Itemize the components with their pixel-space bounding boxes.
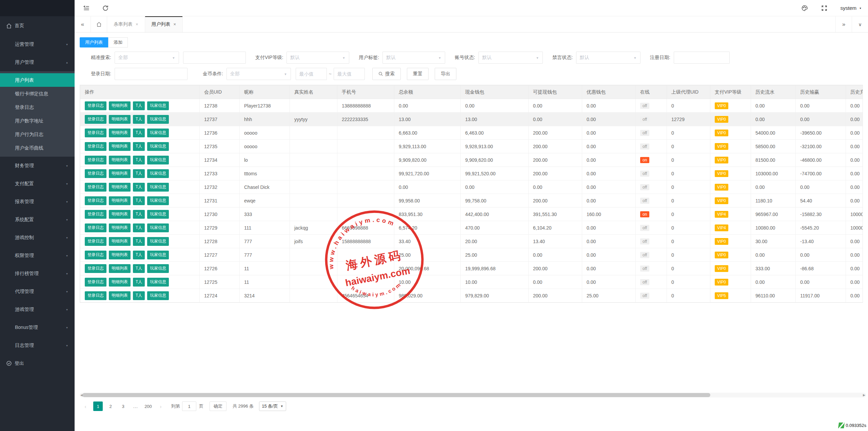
kick-user-button[interactable]: T人 (133, 196, 145, 205)
detail-list-button[interactable]: 明细列表 (109, 183, 131, 192)
coin-condition-select[interactable]: 全部▼ (226, 68, 291, 80)
kick-user-button[interactable]: T人 (133, 129, 145, 137)
close-icon[interactable]: × (136, 22, 138, 27)
kick-user-button[interactable]: T人 (133, 115, 145, 124)
goto-page-input[interactable] (182, 401, 196, 411)
sidebar-group-2[interactable]: 财务管理▼ (0, 157, 75, 175)
detail-list-button[interactable]: 明细列表 (109, 264, 131, 273)
kick-user-button[interactable]: T人 (133, 169, 145, 178)
kick-user-button[interactable]: T人 (133, 223, 145, 232)
detail-list-button[interactable]: 明细列表 (109, 101, 131, 110)
kick-user-button[interactable]: T人 (133, 183, 145, 192)
user-list-button[interactable]: 用户列表 (80, 37, 108, 47)
register-date-input[interactable] (674, 52, 730, 64)
detail-list-button[interactable]: 明细列表 (109, 142, 131, 151)
player-info-button[interactable]: 玩家信息 (147, 223, 169, 232)
player-info-button[interactable]: 玩家信息 (147, 183, 169, 192)
refresh-icon[interactable] (102, 5, 109, 12)
login-log-button[interactable]: 登录日志 (85, 264, 106, 273)
sidebar-item-home[interactable]: 首页 (0, 16, 75, 35)
kick-user-button[interactable]: T人 (133, 237, 145, 246)
player-info-button[interactable]: 玩家信息 (147, 251, 169, 259)
detail-list-button[interactable]: 明细列表 (109, 156, 131, 164)
detail-list-button[interactable]: 明细列表 (109, 115, 131, 124)
login-log-button[interactable]: 登录日志 (85, 142, 106, 151)
search-button[interactable]: 搜索 (372, 68, 401, 80)
kick-user-button[interactable]: T人 (133, 251, 145, 259)
sidebar-group-11[interactable]: Bonus管理▼ (0, 318, 75, 336)
next-page-button[interactable]: › (156, 401, 165, 411)
detail-list-button[interactable]: 明细列表 (109, 291, 131, 300)
sidebar-group-12[interactable]: 日志管理▼ (0, 336, 75, 354)
sidebar-group-6[interactable]: 游戏控制▼ (0, 229, 75, 247)
scroll-right-arrow-icon[interactable]: ▶ (863, 393, 865, 397)
sidebar-group-10[interactable]: 游戏管理▼ (0, 300, 75, 318)
sidebar-item-logout[interactable]: 登出 (0, 354, 75, 372)
sidebar-group-5[interactable]: 系统配置▼ (0, 211, 75, 229)
prev-page-button[interactable]: ‹ (81, 401, 90, 411)
horizontal-scrollbar[interactable]: ◀ ▶ (80, 393, 866, 397)
player-info-button[interactable]: 玩家信息 (147, 129, 169, 137)
player-info-button[interactable]: 玩家信息 (147, 101, 169, 110)
user-tag-select[interactable]: 默认▼ (382, 52, 445, 64)
sidebar-subitem-1[interactable]: 银行卡绑定信息 (0, 87, 75, 100)
tabs-menu-button[interactable]: ∨ (852, 16, 868, 32)
login-log-button[interactable]: 登录日志 (85, 251, 106, 259)
page-button-1[interactable]: 1 (93, 401, 103, 411)
login-log-button[interactable]: 登录日志 (85, 210, 106, 219)
player-info-button[interactable]: 玩家信息 (147, 115, 169, 124)
page-button-3[interactable]: 3 (118, 401, 128, 411)
detail-list-button[interactable]: 明细列表 (109, 237, 131, 246)
kick-user-button[interactable]: T人 (133, 142, 145, 151)
player-info-button[interactable]: 玩家信息 (147, 169, 169, 178)
precise-search-input[interactable] (183, 52, 246, 64)
kick-user-button[interactable]: T人 (133, 210, 145, 219)
kick-user-button[interactable]: T人 (133, 156, 145, 164)
sidebar-subitem-2[interactable]: 登录日志 (0, 100, 75, 114)
tab-0[interactable]: 杀率列表× (107, 16, 145, 32)
player-info-button[interactable]: 玩家信息 (147, 142, 169, 151)
kick-user-button[interactable]: T人 (133, 291, 145, 300)
collapse-menu-icon[interactable] (83, 5, 90, 12)
per-page-select[interactable]: 15 条/页 ▼ (259, 401, 286, 411)
kick-user-button[interactable]: T人 (133, 278, 145, 287)
sidebar-group-0[interactable]: 运营管理▼ (0, 35, 75, 53)
account-status-select[interactable]: 默认▼ (478, 52, 543, 64)
fullscreen-icon[interactable] (821, 5, 828, 12)
kick-user-button[interactable]: T人 (133, 101, 145, 110)
precise-search-select[interactable]: 全部▼ (115, 52, 179, 64)
detail-list-button[interactable]: 明细列表 (109, 196, 131, 205)
sidebar-group-3[interactable]: 支付配置▼ (0, 175, 75, 193)
close-icon[interactable]: × (174, 22, 176, 27)
detail-list-button[interactable]: 明细列表 (109, 251, 131, 259)
login-log-button[interactable]: 登录日志 (85, 101, 106, 110)
confirm-button[interactable]: 确定 (210, 401, 226, 411)
login-log-button[interactable]: 登录日志 (85, 169, 106, 178)
player-info-button[interactable]: 玩家信息 (147, 291, 169, 300)
sidebar-subitem-5[interactable]: 用户金币曲线 (0, 141, 75, 155)
login-log-button[interactable]: 登录日志 (85, 156, 106, 164)
detail-list-button[interactable]: 明细列表 (109, 169, 131, 178)
max-value-input[interactable] (334, 68, 365, 80)
sidebar-group-7[interactable]: 权限管理▼ (0, 247, 75, 265)
player-info-button[interactable]: 玩家信息 (147, 237, 169, 246)
login-log-button[interactable]: 登录日志 (85, 115, 106, 124)
user-menu[interactable]: system ▼ (841, 5, 862, 11)
add-button[interactable]: 添加 (108, 37, 128, 47)
player-info-button[interactable]: 玩家信息 (147, 210, 169, 219)
tab-home-button[interactable] (91, 16, 107, 32)
theme-palette-icon[interactable] (801, 5, 808, 12)
min-value-input[interactable] (296, 68, 327, 80)
login-log-button[interactable]: 登录日志 (85, 223, 106, 232)
detail-list-button[interactable]: 明细列表 (109, 278, 131, 287)
tab-1[interactable]: 用户列表× (145, 16, 183, 32)
export-button[interactable]: 导出 (435, 68, 456, 80)
reset-button[interactable]: 重置 (407, 68, 429, 80)
sidebar-subitem-3[interactable]: 用户数字地址 (0, 114, 75, 128)
login-date-input[interactable] (115, 68, 188, 80)
player-info-button[interactable]: 玩家信息 (147, 264, 169, 273)
login-log-button[interactable]: 登录日志 (85, 196, 106, 205)
vip-level-select[interactable]: 默认▼ (287, 52, 349, 64)
player-info-button[interactable]: 玩家信息 (147, 156, 169, 164)
login-log-button[interactable]: 登录日志 (85, 291, 106, 300)
